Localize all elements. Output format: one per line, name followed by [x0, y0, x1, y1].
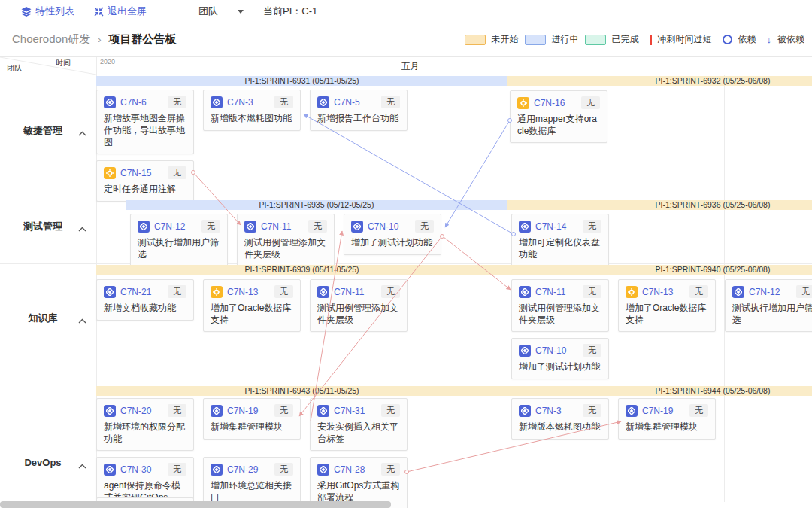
breadcrumb-project[interactable]: Choerodon研发 [12, 32, 90, 47]
issue-id-link[interactable]: C7N-29 [227, 464, 258, 475]
card-title: 通用mapper支持oracle数据库 [517, 113, 600, 137]
sprint-name: PI-1:SPRINT-6940 [656, 265, 721, 274]
feature-card[interactable]: C7N-20无新增环境的权限分配功能 [96, 398, 194, 451]
card-title: 安装实例插入相关平台标签 [317, 421, 400, 445]
sprint-header-bar: PI-1:SPRINT-6931 (05/11-05/25) [96, 76, 508, 86]
feature-card[interactable]: C7N-6无新增故事地图全屏操作功能，导出故事地图 [96, 90, 194, 154]
issue-id-link[interactable]: C7N-3 [535, 406, 562, 416]
done-label: 已完成 [612, 33, 639, 46]
issue-id-link[interactable]: C7N-30 [120, 464, 151, 475]
feature-icon [211, 96, 223, 108]
issue-id-link[interactable]: C7N-13 [642, 287, 673, 297]
collapse-team-chevron-icon[interactable] [78, 313, 86, 327]
feature-card[interactable]: C7N-5无新增报告工作台功能 [310, 90, 408, 131]
issue-id-link[interactable]: C7N-15 [120, 168, 151, 178]
sprint-header-bar: PI-1:SPRINT-6936 (05/25-06/08) [508, 200, 812, 210]
depended-label: 被依赖 [777, 33, 804, 46]
enabler-icon [626, 286, 638, 298]
issue-id-link[interactable]: C7N-11 [261, 221, 291, 232]
card-tag-badge: 无 [168, 404, 186, 417]
feature-card[interactable]: C7N-3无新增版本燃耗图功能 [203, 90, 301, 131]
feature-card[interactable]: C7N-12无测试执行增加用户筛选 [130, 214, 228, 266]
card-tag-badge: 无 [168, 463, 186, 476]
issue-id-link[interactable]: C7N-11 [535, 287, 565, 297]
feature-card[interactable]: C7N-10无增加了测试计划功能 [511, 338, 609, 379]
status-legend: 未开始 进行中 已完成 冲刺时间过短 依赖 ↓ 被依赖 [465, 33, 805, 46]
card-tag-badge: 无 [274, 96, 293, 108]
feature-card[interactable]: C7N-13无增加了Oracle数据库支持 [203, 279, 301, 332]
issue-id-link[interactable]: C7N-6 [120, 97, 147, 108]
sprint-card-cell: C7N-14无增加可定制化仪表盘功能 [511, 214, 812, 266]
issue-id-link[interactable]: C7N-10 [368, 221, 398, 232]
feature-card[interactable]: C7N-21无新增文档收藏功能 [96, 279, 194, 321]
issue-id-link[interactable]: C7N-19 [227, 406, 258, 416]
card-title: 新增集群管理模块 [211, 421, 293, 433]
card-tag-badge: 无 [415, 220, 434, 233]
feature-icon [317, 286, 329, 298]
toolbar-divider [168, 6, 168, 17]
exit-fullscreen-button[interactable]: 退出全屏 [94, 5, 147, 18]
sprint-name: PI-1:SPRINT-6935 [259, 200, 325, 209]
team-dropdown[interactable]: 团队 [198, 5, 244, 18]
card-tag-badge: 无 [381, 96, 400, 108]
depended-arrow-icon: ↓ [767, 34, 772, 45]
card-title: 测试执行增加用户筛选 [732, 302, 812, 326]
sprint-name: PI-1:SPRINT-6939 [244, 265, 310, 274]
exit-fullscreen-icon [94, 7, 104, 17]
issue-id-link[interactable]: C7N-10 [535, 345, 566, 356]
sprint-dates: (05/11-05/25) [312, 265, 359, 274]
card-title: 增加了Oracle数据库支持 [211, 302, 293, 326]
issue-id-link[interactable]: C7N-31 [334, 406, 365, 416]
feature-card[interactable]: C7N-3无新增版本燃耗图功能 [511, 398, 609, 440]
sprint-header-bar: PI-1:SPRINT-6935 (05/12-05/25) [126, 200, 508, 210]
feature-list-button[interactable]: 特性列表 [21, 5, 74, 18]
issue-id-link[interactable]: C7N-12 [749, 287, 780, 297]
feature-card[interactable]: C7N-11无测试用例管理添加文件夹层级 [511, 279, 609, 332]
feature-card[interactable]: C7N-31无安装实例插入相关平台标签 [310, 398, 408, 451]
issue-id-link[interactable]: C7N-12 [154, 221, 185, 232]
card-tag-badge: 无 [796, 285, 812, 298]
feature-card[interactable]: C7N-16无通用mapper支持oracle数据库 [510, 90, 607, 143]
issue-id-link[interactable]: C7N-16 [534, 98, 565, 108]
issue-id-link[interactable]: C7N-28 [334, 464, 365, 475]
feature-card[interactable]: C7N-28无采用GitOps方式重构部署流程 [310, 457, 408, 508]
card-tag-badge: 无 [583, 285, 601, 298]
issue-id-link[interactable]: C7N-5 [334, 97, 360, 108]
feature-card[interactable]: C7N-19无新增集群管理模块 [203, 398, 301, 440]
team-row: 敏捷管理PI-1:SPRINT-6931 (05/11-05/25)C7N-6无… [0, 75, 812, 199]
issue-id-link[interactable]: C7N-14 [535, 221, 566, 232]
card-title: 增加了测试计划功能 [351, 236, 434, 248]
card-title: 新增版本燃耗图功能 [519, 421, 601, 433]
done-swatch [585, 35, 606, 45]
feature-card[interactable]: C7N-19无新增集群管理模块 [618, 398, 716, 440]
current-pi-value: C-1 [301, 5, 317, 17]
feature-icon [244, 221, 256, 233]
issue-id-link[interactable]: C7N-20 [120, 406, 151, 416]
feature-card[interactable]: C7N-11无测试用例管理添加文件夹层级 [237, 214, 335, 266]
collapse-team-chevron-icon[interactable] [78, 221, 86, 235]
feature-card[interactable]: C7N-11无测试用例管理添加文件夹层级 [310, 279, 408, 332]
feature-card[interactable]: C7N-29无增加环境总览相关接口 [203, 457, 301, 508]
feature-card[interactable]: C7N-13无增加了Oracle数据库支持 [618, 279, 716, 332]
feature-icon [104, 96, 116, 108]
issue-id-link[interactable]: C7N-21 [120, 287, 151, 297]
sprint-name: PI-1:SPRINT-6943 [244, 386, 310, 395]
issue-id-link[interactable]: C7N-13 [227, 287, 258, 297]
feature-icon [104, 405, 116, 417]
feature-card[interactable]: C7N-14无增加可定制化仪表盘功能 [511, 214, 609, 266]
feature-card[interactable]: C7N-10无增加了测试计划功能 [344, 214, 441, 255]
collapse-team-chevron-icon[interactable] [78, 458, 86, 472]
feature-icon [211, 464, 223, 476]
feature-card[interactable]: C7N-12无测试执行增加用户筛选 [725, 279, 812, 332]
sprint-card-cell: C7N-21无新增文档收藏功能C7N-13无增加了Oracle数据库支持C7N-… [96, 279, 424, 332]
feature-card[interactable]: C7N-15无定时任务通用注解 [96, 160, 194, 202]
issue-id-link[interactable]: C7N-3 [227, 97, 253, 108]
corner-team-label: 团队 [7, 63, 22, 74]
issue-id-link[interactable]: C7N-19 [642, 406, 673, 416]
horizontal-scrollbar[interactable] [0, 501, 391, 508]
collapse-team-chevron-icon[interactable] [78, 126, 86, 139]
card-tag-badge: 无 [689, 404, 708, 417]
issue-id-link[interactable]: C7N-11 [334, 287, 364, 297]
card-title: 新增文档收藏功能 [104, 302, 186, 314]
sprint-too-short-label: 冲刺时间过短 [658, 33, 712, 46]
